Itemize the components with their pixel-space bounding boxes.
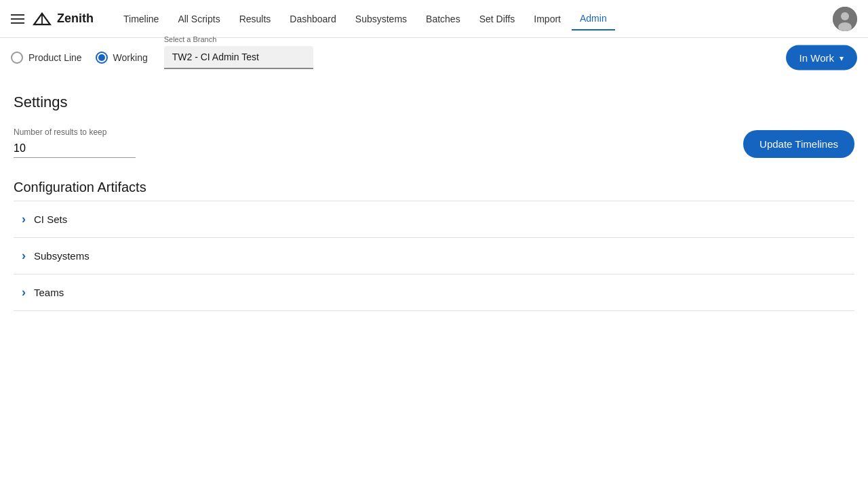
update-timelines-button[interactable]: Update Timelines [743,130,854,158]
accordion-item-teams: › Teams [14,274,854,311]
accordion-item-subsystems: › Subsystems [14,238,854,274]
nav-timeline[interactable]: Timeline [115,8,167,30]
logo-icon [33,12,52,26]
svg-point-3 [841,12,849,20]
accordion-label-subsystems: Subsystems [34,250,90,262]
accordion: › CI Sets › Subsystems › Teams [14,201,854,311]
chevron-right-icon-subsystems: › [22,249,26,263]
nav-links: Timeline All Scripts Results Dashboard S… [115,7,833,30]
radio-product-line-circle [11,52,23,64]
branch-select-label: Select a Branch [164,35,217,43]
nav-set-diffs[interactable]: Set Diffs [471,8,524,30]
chevron-right-icon-teams: › [22,285,26,300]
menu-icon[interactable] [11,14,24,24]
settings-title: Settings [14,94,854,111]
config-artifacts-title: Configuration Artifacts [14,180,854,195]
branch-select-wrapper: Select a Branch TW2 - CI Admin Test [164,46,313,69]
in-work-label: In Work [800,52,834,64]
accordion-header-subsystems[interactable]: › Subsystems [14,238,854,274]
radio-product-line[interactable]: Product Line [11,52,82,64]
accordion-label-teams: Teams [34,287,64,298]
accordion-header-ci-sets[interactable]: › CI Sets [14,201,854,237]
nav-batches[interactable]: Batches [418,8,469,30]
radio-working-label: Working [113,52,148,63]
chevron-down-icon: ▾ [840,53,844,62]
settings-row: Number of results to keep Update Timelin… [14,127,854,158]
nav-dashboard[interactable]: Dashboard [281,8,344,30]
nav-import[interactable]: Import [526,8,569,30]
radio-working[interactable]: Working [96,52,148,64]
chevron-right-icon-ci-sets: › [22,212,26,226]
app-logo[interactable]: Zenith [33,12,94,26]
results-field-label: Number of results to keep [14,127,136,137]
navbar: Zenith Timeline All Scripts Results Dash… [0,0,868,38]
sub-header: Product Line Working Select a Branch TW2… [0,38,868,77]
user-avatar[interactable] [833,7,857,31]
app-name: Zenith [57,12,94,26]
in-work-button[interactable]: In Work ▾ [786,45,857,70]
radio-working-circle [96,52,108,64]
nav-subsystems[interactable]: Subsystems [347,8,415,30]
radio-group: Product Line Working [11,52,148,64]
branch-select[interactable]: TW2 - CI Admin Test [164,46,313,69]
accordion-header-teams[interactable]: › Teams [14,274,854,310]
accordion-label-ci-sets: CI Sets [34,214,67,225]
main-content: Settings Number of results to keep Updat… [0,77,868,327]
radio-product-line-label: Product Line [28,52,82,63]
nav-all-scripts[interactable]: All Scripts [170,8,228,30]
nav-admin[interactable]: Admin [572,7,615,30]
nav-results[interactable]: Results [231,8,279,30]
results-field-input[interactable] [14,140,136,158]
results-field-wrapper: Number of results to keep [14,127,136,158]
accordion-item-ci-sets: › CI Sets [14,201,854,238]
